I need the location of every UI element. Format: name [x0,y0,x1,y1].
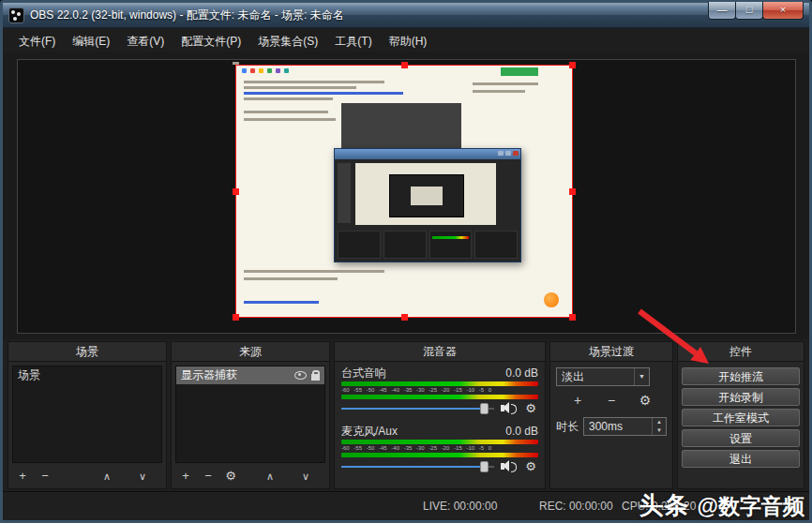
scenes-list[interactable]: 场景 [12,366,162,463]
nested-preview [355,163,496,225]
volume-meter [341,381,538,386]
db-scale: -60 -55 -50 -45 -40 -35 -30 -25 -20 -15 … [341,387,538,394]
volume-slider[interactable] [341,401,494,415]
scene-up-button[interactable]: ∧ [98,468,115,485]
add-transition-button[interactable]: + [569,392,586,409]
scenes-panel-title: 场景 [8,342,166,362]
selection-handle[interactable] [569,62,576,68]
selection-handle[interactable] [233,314,239,321]
sources-list[interactable]: 显示器捕获 [175,366,325,463]
obs-logo-icon [8,7,24,23]
source-properties-gear-icon[interactable]: ⚙ [222,468,239,485]
nested-preview-mini [411,187,443,205]
slider-knob[interactable] [480,403,489,414]
channel-settings-gear-icon[interactable]: ⚙ [523,460,538,473]
start-recording-button[interactable]: 开始录制 [682,388,800,406]
studio-mode-button[interactable]: 工作室模式 [682,409,800,426]
speaker-mute-icon[interactable] [501,460,517,472]
volume-slider[interactable] [341,459,494,473]
scene-item[interactable]: 场景 [13,366,161,384]
remove-scene-button[interactable]: − [37,468,53,485]
selection-handle[interactable] [401,62,408,68]
transitions-toolbar: + − ⚙ [550,392,672,409]
start-streaming-button[interactable]: 开始推流 [682,367,800,385]
rec-time: REC: 00:00:00 [539,500,613,513]
captured-nested-window [334,148,521,262]
scene-down-button[interactable]: ∨ [134,468,151,485]
captured-page-banner [501,67,538,76]
captured-browser-icons [242,68,289,73]
menu-view[interactable]: 查看(V) [118,29,173,53]
add-scene-button[interactable]: + [14,468,31,485]
duration-label: 时长 [556,419,579,435]
maximize-button[interactable]: □ [735,2,763,20]
selection-handle[interactable] [233,62,239,65]
controls-panel: 控件 开始推流 开始录制 工作室模式 设置 退出 [677,341,804,489]
source-item-display-capture[interactable]: 显示器捕获 [176,366,324,384]
menu-scene-collection[interactable]: 场景集合(S) [249,29,326,53]
exit-button[interactable]: 退出 [682,450,800,468]
nested-window-controls [498,151,519,156]
settings-button[interactable]: 设置 [682,429,800,447]
captured-display-source[interactable] [235,65,573,318]
preview-area [3,52,809,339]
stepper-up-icon[interactable]: ▲ [653,418,666,426]
speaker-mute-icon[interactable] [501,402,517,414]
selection-handle[interactable] [233,188,239,195]
captured-link-text [244,301,319,304]
mixer-body: 台式音响 0.0 dB -60 -55 -50 -45 -40 -35 -30 … [341,366,538,483]
captured-dark-block [341,103,461,154]
nested-volume-meter [432,236,470,239]
menu-file[interactable]: 文件(F) [10,29,64,53]
channel-settings-gear-icon[interactable]: ⚙ [523,402,538,415]
preview-canvas[interactable] [17,59,796,334]
lock-icon[interactable] [311,374,320,381]
duration-value: 300ms [584,418,652,435]
remove-transition-button[interactable]: − [603,392,620,409]
add-source-button[interactable]: + [177,468,194,485]
text-line [244,111,328,113]
stepper-down-icon[interactable]: ▼ [653,426,666,435]
selection-handle[interactable] [569,188,576,195]
nested-window-titlebar [335,149,520,159]
menu-help[interactable]: 帮助(H) [381,29,436,53]
menu-profile[interactable]: 配置文件(P) [173,29,249,53]
volume-meter [341,440,538,444]
minimize-button[interactable]: — [708,2,736,20]
watermark: 头条 @数字音频 [639,489,804,522]
sources-panel: 来源 显示器捕获 + − ⚙ ∧ ∨ [171,341,330,489]
transitions-panel: 场景过渡 淡出 ▼ + − ⚙ 时长 300ms ▲ ▼ [549,341,673,489]
nested-sidebar [338,163,351,223]
slider-knob[interactable] [480,461,489,472]
close-button[interactable]: × [762,2,804,20]
visibility-eye-icon[interactable] [294,371,307,380]
sources-toolbar: + − ⚙ ∧ ∨ [177,466,323,486]
volume-meter [341,395,538,399]
source-down-button[interactable]: ∨ [297,468,314,485]
duration-input[interactable]: 300ms ▲ ▼ [583,417,667,436]
transition-properties-gear-icon[interactable]: ⚙ [637,392,654,409]
selection-handle[interactable] [401,314,408,321]
live-time: LIVE: 00:00:00 [423,500,497,513]
nested-preview-window [389,174,464,217]
transition-select[interactable]: 淡出 ▼ [556,367,650,386]
chevron-down-icon[interactable]: ▼ [634,368,649,385]
channel-level: 0.0 dB [505,425,538,439]
menu-tools[interactable]: 工具(T) [326,29,380,53]
text-line [244,118,336,121]
transition-selected-value: 淡出 [557,369,634,385]
captured-site-logo [544,292,559,307]
text-line [244,92,403,95]
sources-panel-title: 来源 [172,342,329,362]
scenes-panel: 场景 场景 + − ∧ ∨ [8,341,167,489]
mixer-panel-title: 混音器 [335,342,545,362]
remove-source-button[interactable]: − [200,468,217,485]
nested-dock-panels [338,231,518,259]
selection-handle[interactable] [569,314,576,321]
titlebar[interactable]: OBS 22.0.2 (32-bit, windows) - 配置文件: 未命名… [3,3,809,28]
volume-meter [341,453,538,457]
controls-panel-title: 控件 [678,342,804,362]
menu-edit[interactable]: 编辑(E) [64,29,118,53]
nested-window-body [335,159,520,262]
source-up-button[interactable]: ∧ [262,468,278,485]
